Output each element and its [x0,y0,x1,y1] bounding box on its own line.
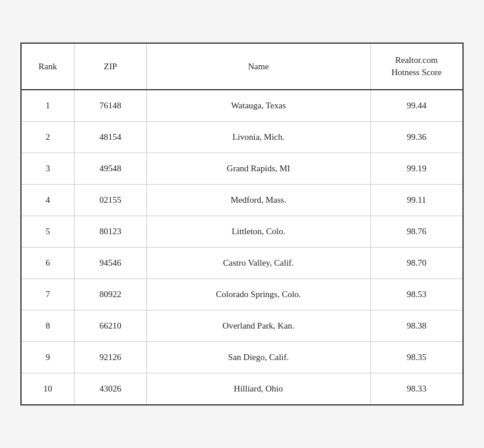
hotness-table-container: Rank ZIP Name Realtor.com Hotness Score … [20,43,464,405]
cell-rank: 9 [22,342,74,373]
cell-score: 98.53 [370,279,462,311]
table-row: 349548Grand Rapids, MI99.19 [22,153,462,185]
table-row: 402155Medford, Mass.99.11 [22,185,462,216]
cell-score: 99.19 [370,153,462,185]
cell-rank: 4 [22,185,74,216]
cell-name: Grand Rapids, MI [146,153,370,185]
cell-name: Watauga, Texas [146,90,370,122]
table-row: 694546Castro Valley, Calif.98.70 [22,248,462,279]
cell-score: 98.33 [370,373,462,405]
table-row: 580123Littleton, Colo.98.76 [22,216,462,248]
cell-rank: 7 [22,279,74,311]
cell-name: Castro Valley, Calif. [146,248,370,279]
cell-score: 98.76 [370,216,462,248]
cell-zip: 94546 [74,248,146,279]
cell-rank: 2 [22,122,74,153]
cell-name: Littleton, Colo. [146,216,370,248]
cell-zip: 43026 [74,373,146,405]
table-row: 866210Overland Park, Kan.98.38 [22,311,462,342]
cell-name: Livonia, Mich. [146,122,370,153]
cell-score: 99.44 [370,90,462,122]
hotness-table: Rank ZIP Name Realtor.com Hotness Score … [22,44,462,404]
cell-zip: 76148 [74,90,146,122]
table-row: 780922Colorado Springs, Colo.98.53 [22,279,462,311]
cell-name: Overland Park, Kan. [146,311,370,342]
table-row: 176148Watauga, Texas99.44 [22,90,462,122]
cell-name: Medford, Mass. [146,185,370,216]
cell-zip: 66210 [74,311,146,342]
cell-name: Colorado Springs, Colo. [146,279,370,311]
cell-rank: 10 [22,373,74,405]
header-rank: Rank [22,44,74,90]
header-name: Name [146,44,370,90]
cell-zip: 80922 [74,279,146,311]
cell-score: 98.35 [370,342,462,373]
cell-name: Hilliard, Ohio [146,373,370,405]
table-row: 248154Livonia, Mich.99.36 [22,122,462,153]
cell-rank: 5 [22,216,74,248]
cell-score: 99.11 [370,185,462,216]
header-score: Realtor.com Hotness Score [370,44,462,90]
cell-rank: 6 [22,248,74,279]
header-score-line1: Realtor.com [395,55,438,65]
cell-zip: 02155 [74,185,146,216]
cell-rank: 3 [22,153,74,185]
header-zip: ZIP [74,44,146,90]
cell-rank: 1 [22,90,74,122]
cell-zip: 48154 [74,122,146,153]
cell-zip: 80123 [74,216,146,248]
table-row: 992126San Diego, Calif.98.35 [22,342,462,373]
cell-name: San Diego, Calif. [146,342,370,373]
cell-score: 98.70 [370,248,462,279]
cell-score: 99.36 [370,122,462,153]
cell-rank: 8 [22,311,74,342]
cell-zip: 49548 [74,153,146,185]
header-score-line2: Hotness Score [391,68,441,77]
table-row: 1043026Hilliard, Ohio98.33 [22,373,462,405]
cell-score: 98.38 [370,311,462,342]
table-header-row: Rank ZIP Name Realtor.com Hotness Score [22,44,462,90]
cell-zip: 92126 [74,342,146,373]
